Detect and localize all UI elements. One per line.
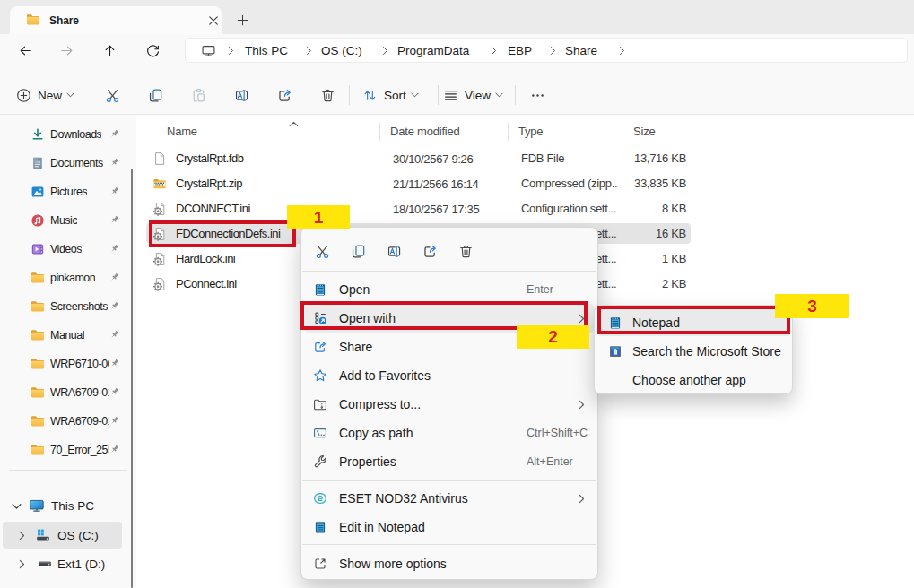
up-button[interactable] — [94, 39, 125, 61]
sidebar-item-manual[interactable]: Manual — [0, 323, 131, 348]
delete-button[interactable] — [312, 81, 343, 109]
submenu-item-choose-another-app[interactable]: Choose another app — [598, 367, 790, 393]
sidebar-item-os-c[interactable]: OS (C:) — [3, 522, 122, 549]
menu-rename-button[interactable] — [379, 238, 409, 264]
menu-item-label: Share — [339, 340, 372, 354]
sidebar-item-label: WRP6710-00 — [50, 358, 109, 370]
see-more-button[interactable] — [522, 81, 553, 109]
sidebar-item-this-pc[interactable]: This PC — [0, 493, 131, 518]
sidebar-item-label: WRA6709-01 — [50, 386, 109, 399]
tab-close-button[interactable] — [204, 11, 223, 30]
breadcrumb-item[interactable]: This PC — [245, 44, 288, 57]
column-header-name[interactable]: Name — [167, 125, 197, 138]
file-row[interactable]: CrystalRpt.zip 21/11/2566 16:14 Compress… — [146, 171, 691, 196]
pin-icon — [109, 158, 120, 169]
sidebar-item-wra6709-a[interactable]: WRA6709-01 — [0, 380, 131, 405]
videos-icon — [30, 242, 45, 256]
this-pc-icon — [201, 43, 216, 58]
menu-copy-button[interactable] — [343, 238, 373, 264]
new-tab-button[interactable] — [232, 10, 252, 30]
sidebar-item-wrp6710[interactable]: WRP6710-00 — [0, 351, 131, 376]
address-bar[interactable]: This PC OS (C:) ProgramData EBP Share — [185, 38, 908, 63]
menu-item-compress-to[interactable]: Compress to... — [305, 390, 594, 419]
breadcrumb-item[interactable]: OS (C:) — [321, 44, 362, 57]
column-header-size[interactable]: Size — [633, 125, 656, 138]
column-separator[interactable] — [379, 123, 380, 141]
menu-item-eset-antivirus[interactable]: ESET NOD32 Antivirus — [305, 484, 594, 513]
column-separator[interactable] — [622, 123, 622, 141]
menu-item-open[interactable]: Open Enter — [305, 275, 594, 304]
explorer-tab[interactable]: Share — [10, 6, 222, 34]
menu-cut-button[interactable] — [307, 238, 337, 264]
wrench-icon — [313, 454, 327, 469]
context-menu: Open Enter Open with Share Add to Favori… — [300, 227, 598, 580]
menu-item-properties[interactable]: Properties Alt+Enter — [305, 447, 594, 476]
music-icon — [30, 213, 45, 228]
column-separator[interactable] — [508, 123, 509, 141]
menu-item-show-more-options[interactable]: Show more options — [305, 549, 594, 578]
menu-share-button[interactable] — [414, 238, 445, 264]
refresh-button[interactable] — [137, 39, 168, 61]
menu-item-add-to-favorites[interactable]: Add to Favorites — [305, 361, 594, 390]
sidebar-scrollbar[interactable] — [131, 169, 133, 588]
folder-icon — [30, 328, 45, 342]
sidebar-item-documents[interactable]: Documents — [0, 151, 131, 176]
paste-button[interactable] — [183, 81, 213, 109]
menu-item-edit-in-notepad[interactable]: Edit in Notepad — [305, 513, 594, 541]
file-name: CrystalRpt.zip — [176, 177, 242, 190]
pin-icon — [109, 330, 120, 341]
pin-icon — [109, 272, 120, 283]
folder-icon — [30, 443, 45, 457]
chevron-right-icon — [306, 46, 312, 56]
copy-button[interactable] — [140, 81, 170, 109]
breadcrumb-item[interactable]: Share — [565, 44, 597, 57]
breadcrumb-item[interactable]: ProgramData — [397, 44, 469, 57]
folder-icon — [30, 357, 45, 371]
file-name: PConnect.ini — [176, 277, 237, 290]
file-size: 1 KB — [595, 252, 686, 265]
command-bar: New Sort View — [0, 75, 914, 115]
share-button[interactable] — [269, 81, 300, 109]
rename-button[interactable] — [226, 81, 257, 109]
sidebar-item-screenshots[interactable]: Screenshots — [0, 294, 131, 319]
menu-delete-button[interactable] — [450, 238, 481, 264]
chevron-right-icon — [382, 46, 388, 56]
column-separator[interactable] — [692, 123, 692, 141]
sidebar-item-label: Downloads — [50, 128, 101, 141]
view-button[interactable]: View — [443, 81, 503, 109]
chevron-down-icon — [411, 92, 419, 98]
menu-item-label: Copy as path — [339, 426, 413, 440]
cut-button[interactable] — [97, 81, 127, 109]
column-header-date[interactable]: Date modified — [390, 125, 460, 138]
sort-button[interactable]: Sort — [362, 81, 419, 109]
sidebar-item-wra6709-b[interactable]: WRA6709-01 — [0, 409, 131, 434]
breadcrumb-item[interactable]: EBP — [508, 44, 532, 57]
column-header-type[interactable]: Type — [518, 125, 543, 138]
submenu-chevron-icon — [579, 494, 585, 504]
file-row[interactable]: DCONNECT.ini 18/10/2567 17:35 Configurat… — [146, 196, 691, 221]
pin-icon — [109, 215, 120, 226]
sidebar-item-music[interactable]: Music — [0, 208, 131, 233]
sidebar-item-videos[interactable]: Videos — [0, 237, 131, 262]
sidebar-item-pinkamon[interactable]: pinkamon — [0, 265, 131, 290]
menu-item-label: Add to Favorites — [339, 368, 431, 383]
menu-item-shortcut: Enter — [527, 283, 553, 296]
back-button[interactable] — [10, 39, 40, 61]
new-button[interactable]: New — [16, 81, 74, 109]
plus-icon — [236, 13, 249, 27]
sidebar-item-label: Videos — [50, 243, 82, 255]
cut-icon — [315, 244, 330, 259]
file-row[interactable]: CrystalRpt.fdb 30/10/2567 9:26 FDB File … — [146, 146, 691, 171]
sidebar-item-ext1-d[interactable]: Ext1 (D:) — [0, 551, 131, 576]
menu-separator — [302, 480, 596, 481]
forward-button[interactable] — [51, 39, 82, 61]
sidebar-item-downloads[interactable]: Downloads — [0, 122, 131, 147]
menu-item-copy-as-path[interactable]: Copy as path Ctrl+Shift+C — [305, 419, 594, 447]
sidebar-item-pictures[interactable]: Pictures — [0, 179, 131, 204]
submenu-chevron-icon — [579, 400, 585, 410]
chevron-down-icon — [66, 92, 74, 98]
sidebar-item-70-error[interactable]: 70_Error_255 — [0, 437, 131, 463]
submenu-item-search-microsoft-store[interactable]: Search the Microsoft Store — [598, 338, 790, 365]
annotation-badge-2: 2 — [517, 325, 589, 349]
pictures-icon — [30, 185, 45, 199]
